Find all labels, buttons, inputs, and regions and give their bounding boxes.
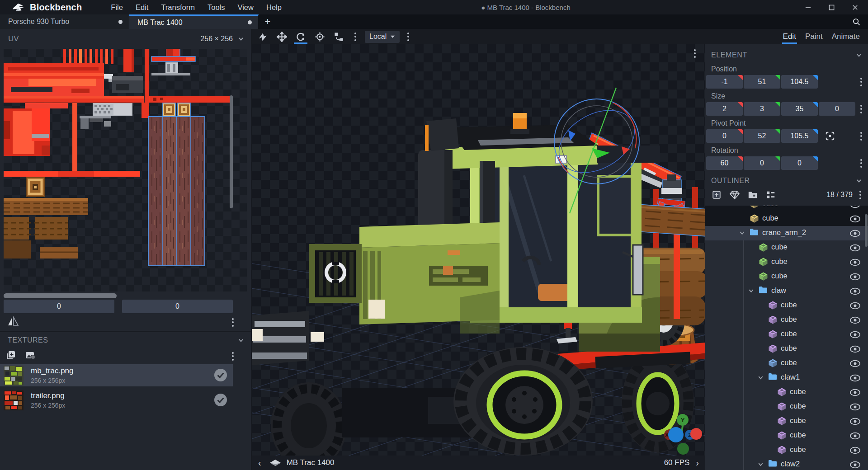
chevron-down-icon[interactable]: [855, 177, 863, 184]
outliner-cube-cube[interactable]: cube: [705, 400, 868, 414]
tab-mb-trac-1400[interactable]: MB Trac 1400: [129, 14, 259, 29]
cube-icon[interactable]: [768, 329, 778, 339]
texture-item-mb_trac[interactable]: mb_trac.png256 x 256px: [0, 364, 233, 386]
menu-file[interactable]: File: [105, 1, 128, 14]
cube-icon[interactable]: [777, 445, 787, 455]
visibility-eye-icon[interactable]: [849, 258, 861, 266]
visibility-eye-icon[interactable]: [849, 432, 861, 440]
input-size-2[interactable]: 35: [781, 102, 818, 116]
create-texture-icon[interactable]: [24, 350, 35, 362]
folder-icon[interactable]: [768, 460, 778, 469]
visibility-eye-icon[interactable]: [849, 244, 861, 252]
add-cube-icon[interactable]: [710, 189, 723, 201]
search-icon[interactable]: [850, 16, 863, 28]
input-rotation-2[interactable]: 0: [781, 156, 818, 170]
outliner-cube-cube[interactable]: cube: [705, 212, 868, 226]
visibility-eye-icon[interactable]: [849, 345, 861, 353]
field-kebab-icon[interactable]: [857, 131, 865, 141]
visibility-eye-icon[interactable]: [849, 418, 861, 425]
outliner-cube-cube[interactable]: cube: [705, 342, 868, 356]
visibility-eye-icon[interactable]: [849, 316, 861, 324]
visibility-eye-icon[interactable]: [849, 215, 861, 223]
cube-icon[interactable]: [768, 344, 778, 353]
uv-menu-kebab-icon[interactable]: [229, 317, 237, 328]
uv-vertical-scrollbar[interactable]: [230, 95, 233, 208]
folder-icon[interactable]: [750, 228, 759, 238]
visibility-eye-icon[interactable]: [849, 287, 861, 295]
input-size-0[interactable]: 2: [706, 102, 743, 116]
chevron-down-icon[interactable]: [237, 35, 245, 42]
input-position-2[interactable]: 104.5: [781, 75, 818, 89]
visibility-eye-icon[interactable]: [849, 389, 861, 396]
visibility-eye-icon[interactable]: [849, 273, 861, 281]
cube-icon[interactable]: [759, 272, 768, 281]
tool-rotate-icon[interactable]: [292, 29, 309, 44]
cube-icon[interactable]: [768, 358, 778, 368]
visibility-eye-icon[interactable]: [849, 461, 861, 469]
outliner-scrollbar[interactable]: [865, 214, 868, 247]
textures-menu-kebab-icon[interactable]: [229, 351, 237, 362]
chevron-down-icon[interactable]: [739, 230, 746, 237]
input-position-1[interactable]: 51: [744, 75, 780, 89]
cube-icon[interactable]: [750, 206, 759, 209]
cube-icon[interactable]: [777, 416, 787, 426]
input-rotation-0[interactable]: 60: [706, 156, 743, 170]
outliner-cube-cube[interactable]: cube: [705, 255, 868, 269]
minimize-icon[interactable]: [801, 1, 815, 14]
cube-icon[interactable]: [768, 301, 778, 310]
folder-icon[interactable]: [768, 373, 778, 382]
outliner-cube-cube[interactable]: cube: [705, 206, 868, 212]
texture-item-trailer[interactable]: trailer.png256 x 256px: [0, 389, 233, 411]
mode-tab-edit[interactable]: Edit: [779, 30, 800, 43]
chevron-right-icon[interactable]: ›: [696, 458, 699, 468]
outliner-group-claw2[interactable]: claw2: [705, 457, 868, 470]
menu-edit[interactable]: Edit: [130, 1, 154, 14]
visibility-eye-icon[interactable]: [849, 374, 861, 382]
mode-tab-paint[interactable]: Paint: [802, 30, 826, 43]
cube-icon[interactable]: [759, 257, 768, 267]
cube-icon[interactable]: [768, 315, 778, 324]
maximize-icon[interactable]: [825, 1, 838, 14]
new-tab-button[interactable]: +: [259, 14, 277, 29]
field-kebab-icon[interactable]: [857, 103, 865, 114]
cube-icon[interactable]: [777, 387, 787, 397]
toggle-list-icon[interactable]: [764, 189, 778, 201]
cube-icon[interactable]: [777, 431, 787, 440]
tool-vertex-snap-icon[interactable]: [330, 29, 347, 44]
input-pivot-point-2[interactable]: 105.5: [781, 129, 818, 143]
visibility-eye-icon[interactable]: [849, 230, 861, 237]
cube-icon[interactable]: [750, 214, 759, 223]
menu-view[interactable]: View: [232, 1, 259, 14]
outliner-cube-cube[interactable]: cube: [705, 298, 868, 313]
input-pivot-point-0[interactable]: 0: [706, 129, 743, 143]
close-icon[interactable]: [848, 1, 862, 14]
tool-pivot-icon[interactable]: [311, 29, 328, 44]
unsaved-dot-icon[interactable]: [118, 20, 123, 24]
outliner-cube-cube[interactable]: cube: [705, 428, 868, 443]
outliner-menu-kebab-icon[interactable]: [856, 189, 864, 200]
field-kebab-icon[interactable]: [857, 76, 865, 87]
tool-move-icon[interactable]: [274, 29, 290, 44]
input-size-1[interactable]: 3: [744, 102, 780, 116]
outliner-group-claw[interactable]: claw: [705, 284, 868, 298]
mirror-icon[interactable]: [7, 316, 19, 329]
mode-tab-animate[interactable]: Animate: [828, 30, 863, 43]
visibility-eye-icon[interactable]: [849, 206, 861, 208]
center-pivot-icon[interactable]: [823, 129, 837, 143]
visibility-eye-icon[interactable]: [849, 331, 861, 338]
input-rotation-1[interactable]: 0: [744, 156, 780, 170]
add-mesh-icon[interactable]: [728, 189, 741, 201]
transform-space-select[interactable]: Local: [365, 31, 400, 43]
viewport-3d[interactable]: Y X Z: [252, 44, 705, 456]
chevron-down-icon[interactable]: [237, 337, 245, 344]
input-pivot-point-1[interactable]: 52: [744, 129, 780, 143]
input-size-3[interactable]: 0: [819, 102, 855, 116]
menu-help[interactable]: Help: [261, 1, 287, 14]
outliner-cube-cube[interactable]: cube: [705, 327, 868, 342]
texture-check-icon[interactable]: [214, 393, 227, 407]
folder-icon[interactable]: [759, 286, 768, 296]
visibility-eye-icon[interactable]: [849, 403, 861, 411]
chevron-left-icon[interactable]: ‹: [258, 458, 261, 468]
cube-icon[interactable]: [777, 402, 787, 411]
visibility-eye-icon[interactable]: [849, 302, 861, 310]
